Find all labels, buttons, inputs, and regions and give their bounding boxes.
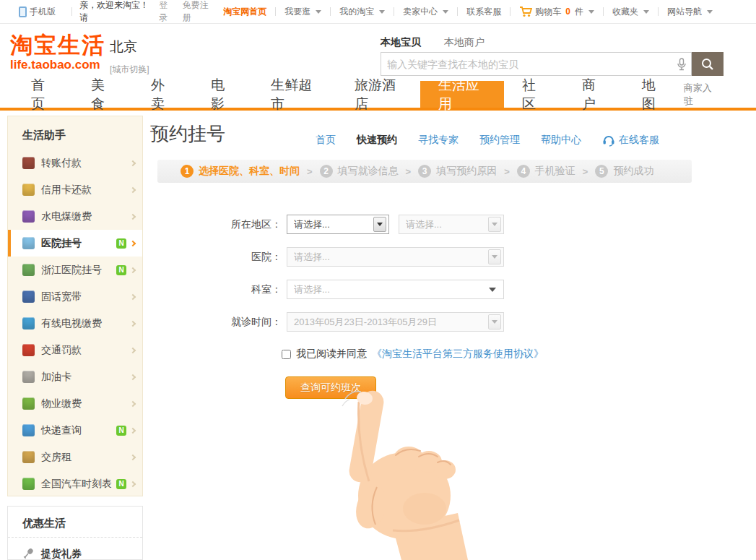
- booking-steps: 1 选择医院、科室、时间 > 2 填写就诊信息 > 3 填写预约原因 > 4 手…: [157, 160, 692, 183]
- nav-food[interactable]: 美食: [73, 81, 133, 108]
- chevron-right-icon: [130, 186, 136, 192]
- sidebar-item-fuel-card[interactable]: 加油卡: [8, 363, 142, 390]
- department-select[interactable]: 请选择...: [287, 280, 504, 299]
- property-fee-icon: [22, 397, 35, 410]
- taobao-life-logo[interactable]: 淘宝生活 life.taobao.com: [10, 34, 105, 71]
- tab-local-merchants[interactable]: 本地商户: [444, 36, 485, 49]
- merchant-join-link[interactable]: 商家入驻: [684, 82, 716, 108]
- sidebar-item-bus-schedule[interactable]: 全国汽车时刻表 N: [8, 470, 142, 497]
- tab-local-items[interactable]: 本地宝贝: [381, 36, 421, 49]
- voucher-icon: [22, 548, 35, 560]
- link-quick-booking[interactable]: 快速预约: [357, 134, 397, 147]
- main-nav: 首页 美食 外卖 电影 生鲜超市 旅游酒店 生活应用 社区 商户 地图 商家入驻: [0, 81, 756, 111]
- chevron-down-icon: [643, 10, 649, 14]
- link-online-service[interactable]: 在线客服: [602, 134, 659, 147]
- department-label: 科室：: [149, 280, 282, 299]
- microphone-icon[interactable]: [672, 58, 691, 71]
- city-switch-link[interactable]: [城市切换]: [110, 64, 149, 76]
- sidebar-item-property-fee[interactable]: 物业缴费: [8, 390, 142, 417]
- fuel-card-icon: [22, 371, 35, 383]
- express-tracking-icon: [22, 424, 35, 436]
- taobao-home-link[interactable]: 淘宝网首页: [214, 6, 275, 18]
- section-links: 首页 快速预约 寻找专家 预约管理 帮助中心 在线客服: [316, 134, 659, 147]
- agreement-row: 我已阅读并同意 《淘宝生活平台第三方服务使用协议》: [282, 348, 544, 361]
- visit-date-select: 2013年05月23日-2013年05月29日: [287, 312, 504, 332]
- phone-broadband-icon: [22, 290, 35, 303]
- step-5: 5 预约成功: [595, 165, 653, 178]
- search-button[interactable]: [692, 52, 724, 76]
- cart-menu[interactable]: 购物车 0 件: [510, 6, 603, 18]
- sidebar-discount-life: 优惠生活 提货礼券: [7, 506, 143, 560]
- nav-movies[interactable]: 电影: [193, 81, 253, 108]
- nav-fresh-market[interactable]: 生鲜超市: [253, 81, 336, 108]
- contact-service-link[interactable]: 联系客服: [458, 6, 510, 18]
- sidebar-item-gift-voucher[interactable]: 提货礼券: [8, 540, 142, 560]
- search-tabs: 本地宝贝 本地商户: [381, 36, 485, 49]
- mobile-phone-icon: [19, 7, 27, 17]
- my-taobao-menu[interactable]: 我的淘宝: [331, 6, 394, 18]
- agreement-checkbox[interactable]: [282, 350, 291, 359]
- current-city: 北京: [110, 38, 149, 56]
- register-link[interactable]: 免费注册: [183, 0, 215, 24]
- sidebar-item-zhejiang-hospital[interactable]: 浙江医院挂号 N: [8, 257, 142, 283]
- chevron-right-icon: [130, 374, 136, 379]
- nav-life-apps[interactable]: 生活应用: [420, 81, 504, 108]
- nav-map[interactable]: 地图: [624, 81, 684, 108]
- dropdown-button: [488, 217, 501, 232]
- sidebar-item-traffic-fine[interactable]: 交通罚款: [8, 337, 142, 363]
- browse-menu[interactable]: 我要逛: [276, 6, 330, 18]
- region-label: 所在地区：: [149, 215, 282, 234]
- nav-takeout[interactable]: 外卖: [133, 81, 193, 108]
- sidebar-item-phone-broadband[interactable]: 固话宽带: [8, 283, 142, 310]
- credit-card-icon: [22, 184, 35, 196]
- favorites-menu[interactable]: 收藏夹: [604, 6, 658, 18]
- agreement-link[interactable]: 《淘宝生活平台第三方服务使用协议》: [372, 348, 544, 361]
- visit-date-label: 就诊时间：: [149, 312, 282, 332]
- pointing-hand-cursor: [323, 386, 475, 560]
- link-find-expert[interactable]: 寻找专家: [418, 134, 459, 147]
- sidebar-item-transfer[interactable]: 转账付款: [8, 150, 142, 176]
- sidebar-item-cable-tv[interactable]: 有线电视缴费: [8, 310, 142, 337]
- region-select[interactable]: 请选择...: [287, 215, 389, 234]
- welcome-text: 亲，欢迎来淘宝！请: [79, 0, 152, 24]
- chevron-down-icon: [489, 288, 496, 292]
- search-input[interactable]: [381, 59, 672, 70]
- site-nav-menu[interactable]: 网站导航: [659, 6, 721, 18]
- chevron-right-icon: [130, 160, 136, 165]
- mobile-version-link[interactable]: 手机版: [10, 6, 64, 18]
- chevron-right-icon: [130, 213, 136, 219]
- sidebar-item-credit-card[interactable]: 信用卡还款: [8, 176, 142, 203]
- search-icon: [700, 57, 715, 72]
- region2-select: 请选择...: [399, 215, 504, 234]
- login-link[interactable]: 登录: [159, 0, 175, 24]
- dropdown-button: [488, 314, 501, 329]
- nav-merchants[interactable]: 商户: [564, 81, 624, 108]
- sidebar-item-utilities[interactable]: 水电煤缴费: [8, 203, 142, 230]
- query-schedule-button[interactable]: 查询可约班次: [285, 376, 376, 399]
- seller-center-menu[interactable]: 卖家中心: [394, 6, 457, 18]
- zhejiang-hospital-icon: [22, 264, 35, 276]
- sidebar-item-express-tracking[interactable]: 快递查询 N: [8, 417, 142, 444]
- chevron-down-icon: [588, 10, 594, 14]
- site-header: 淘宝生活 life.taobao.com 北京 [城市切换] 本地宝贝 本地商户: [0, 25, 756, 81]
- taobao-life-page: 手机版 亲，欢迎来淘宝！请 登录 免费注册 淘宝网首页 我要逛 我的淘宝 卖家中…: [0, 0, 756, 560]
- top-bar: 手机版 亲，欢迎来淘宝！请 登录 免费注册 淘宝网首页 我要逛 我的淘宝 卖家中…: [0, 0, 756, 24]
- new-badge: N: [116, 265, 126, 275]
- new-badge: N: [116, 426, 126, 436]
- chevron-right-icon: [130, 320, 136, 326]
- page-title: 预约挂号: [150, 121, 225, 147]
- dropdown-button: [373, 217, 386, 232]
- cart-icon: [519, 7, 532, 17]
- nav-travel-hotel[interactable]: 旅游酒店: [336, 81, 420, 108]
- chevron-right-icon: [130, 347, 136, 353]
- link-home[interactable]: 首页: [316, 134, 336, 147]
- chevron-down-icon: [316, 10, 321, 14]
- chevron-right-icon: [130, 400, 136, 406]
- sidebar-item-rent[interactable]: 交房租: [8, 444, 142, 470]
- sidebar-item-hospital[interactable]: 医院挂号 N: [8, 230, 142, 257]
- nav-community[interactable]: 社区: [504, 81, 564, 108]
- nav-home[interactable]: 首页: [13, 81, 73, 108]
- sidebar-section-title: 生活助手: [8, 116, 142, 150]
- link-help-center[interactable]: 帮助中心: [541, 134, 581, 147]
- link-booking-management[interactable]: 预约管理: [479, 134, 520, 147]
